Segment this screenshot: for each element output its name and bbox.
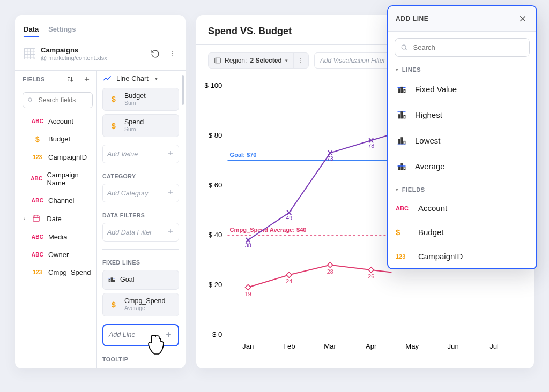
svg-point-25 xyxy=(300,58,301,59)
highest-line-icon xyxy=(396,109,407,120)
field-item[interactable]: $Budget xyxy=(23,130,93,148)
popover-field-option[interactable]: 123CampaignID xyxy=(388,244,536,268)
add-line-button[interactable]: Add Line xyxy=(102,324,179,346)
tab-data[interactable]: Data xyxy=(24,25,39,37)
svg-text:26: 26 xyxy=(368,273,374,280)
more-button[interactable] xyxy=(166,48,178,59)
popover-field-option[interactable]: $Budget xyxy=(388,220,536,244)
datasource-title: Campaigns xyxy=(41,46,144,55)
fixedline-pill[interactable]: Goal xyxy=(102,270,179,290)
svg-text:Feb: Feb xyxy=(283,342,295,350)
dollar-icon: $ xyxy=(396,228,411,237)
popover-title: ADD LINE xyxy=(396,15,428,22)
field-label: CampaignID xyxy=(48,153,87,161)
fixed-line-icon xyxy=(396,84,407,94)
region-filter-chip[interactable]: Region: 2 Selected ▾ xyxy=(208,52,309,69)
svg-text:38: 38 xyxy=(245,242,251,248)
field-item[interactable]: 123CampaignID xyxy=(23,148,93,166)
tab-settings[interactable]: Settings xyxy=(48,25,76,37)
scrollbar[interactable] xyxy=(182,75,184,105)
svg-rect-77 xyxy=(404,141,405,144)
svg-rect-74 xyxy=(404,116,405,118)
popover-fields-header[interactable]: ▾ FIELDS xyxy=(388,179,536,196)
fields-search-input[interactable] xyxy=(38,96,88,104)
svg-rect-70 xyxy=(404,90,405,93)
config-column: Line Chart ▾ $ BudgetSum$ SpendSum Add V… xyxy=(98,71,186,368)
popover-lines-header[interactable]: ▾ LINES xyxy=(388,59,536,76)
fixedlines-header: FIXED LINES xyxy=(102,254,179,266)
popover-line-option[interactable]: Average xyxy=(388,153,536,179)
svg-text:$ 0: $ 0 xyxy=(212,330,222,338)
expand-icon: › xyxy=(24,216,25,222)
chart-type-selector[interactable]: Line Chart ▾ xyxy=(102,71,179,84)
refresh-button[interactable] xyxy=(149,48,161,59)
config-panel: Data Settings Campaigns @ marketing/cont… xyxy=(15,15,186,368)
datasource-subtitle: @ marketing/content.xlsx xyxy=(41,55,144,62)
line-chart-icon xyxy=(102,74,112,84)
chart-type-label: Line Chart xyxy=(116,74,149,82)
field-label: Owner xyxy=(48,251,69,259)
spreadsheet-icon xyxy=(24,48,35,59)
value-pill[interactable]: $ BudgetSum xyxy=(102,88,179,111)
region-filter-value: 2 Selected xyxy=(250,57,281,64)
field-item[interactable]: ABCMedia xyxy=(23,228,93,246)
lowest-line-icon xyxy=(396,135,407,146)
dollar-icon: $ xyxy=(107,95,120,103)
plus-icon xyxy=(167,149,174,159)
add-category-button[interactable]: Add Category xyxy=(102,184,179,202)
svg-text:$ 80: $ 80 xyxy=(209,131,222,139)
svg-point-27 xyxy=(300,62,301,63)
field-item[interactable]: 123Cmpg_Spend xyxy=(23,263,93,281)
svg-text:$ 20: $ 20 xyxy=(209,281,222,289)
svg-line-66 xyxy=(405,49,407,50)
svg-rect-80 xyxy=(401,164,403,170)
popover-search-input[interactable] xyxy=(412,43,524,52)
svg-rect-76 xyxy=(401,138,403,144)
svg-rect-75 xyxy=(398,139,400,144)
fields-sort-button[interactable] xyxy=(64,73,76,85)
plus-icon xyxy=(167,189,174,198)
value-pill[interactable]: $ SpendSum xyxy=(102,114,179,137)
text-type-icon: ABC xyxy=(396,205,411,212)
popover-close-button[interactable] xyxy=(517,13,529,25)
svg-point-26 xyxy=(300,60,301,61)
svg-point-0 xyxy=(172,51,173,52)
svg-rect-81 xyxy=(404,167,405,170)
fields-list: ABCAccount$Budget123CampaignIDABCCampaig… xyxy=(23,112,93,281)
field-item[interactable]: ABCAccount xyxy=(23,112,93,130)
number-type-icon: 123 xyxy=(396,253,411,260)
svg-text:24: 24 xyxy=(286,278,292,284)
field-label: Budget xyxy=(48,135,70,143)
svg-point-2 xyxy=(172,56,173,57)
plus-icon xyxy=(165,330,173,340)
datasource-row[interactable]: Campaigns @ marketing/content.xlsx xyxy=(15,37,186,71)
svg-point-1 xyxy=(172,53,173,54)
popover-search[interactable] xyxy=(395,38,530,57)
add-datafilter-button[interactable]: Add Data Filter xyxy=(102,223,179,242)
average-line-icon xyxy=(396,161,407,171)
svg-text:Apr: Apr xyxy=(366,342,377,350)
popover-line-option[interactable]: Highest xyxy=(388,102,536,127)
field-label: Media xyxy=(48,233,67,241)
config-tabs: Data Settings xyxy=(15,22,186,37)
popover-line-option[interactable]: Lowest xyxy=(388,127,536,153)
field-item[interactable]: ›Date xyxy=(23,209,93,228)
popover-field-option[interactable]: ABCAccount xyxy=(388,196,536,220)
field-label: Cmpg_Spend xyxy=(48,268,91,276)
field-item[interactable]: ABCOwner xyxy=(23,246,93,263)
svg-rect-72 xyxy=(398,115,400,118)
popover-line-option[interactable]: Fixed Value xyxy=(388,76,536,102)
field-item[interactable]: ABCChannel xyxy=(23,192,93,209)
fixedline-pill[interactable]: $Cmpg_SpendAverage xyxy=(102,293,179,316)
field-item[interactable]: ABCCampaign Name xyxy=(23,166,93,192)
svg-text:78: 78 xyxy=(368,142,374,149)
fields-search[interactable] xyxy=(23,92,93,108)
svg-line-6 xyxy=(31,101,32,102)
fields-add-button[interactable] xyxy=(81,73,93,85)
region-filter-more[interactable] xyxy=(293,53,308,68)
svg-text:49: 49 xyxy=(286,215,292,221)
fields-column: FIELDS ABCA xyxy=(15,71,98,368)
add-value-button[interactable]: Add Value xyxy=(102,145,179,163)
dollar-icon: $ xyxy=(107,300,120,309)
svg-text:May: May xyxy=(405,342,419,350)
